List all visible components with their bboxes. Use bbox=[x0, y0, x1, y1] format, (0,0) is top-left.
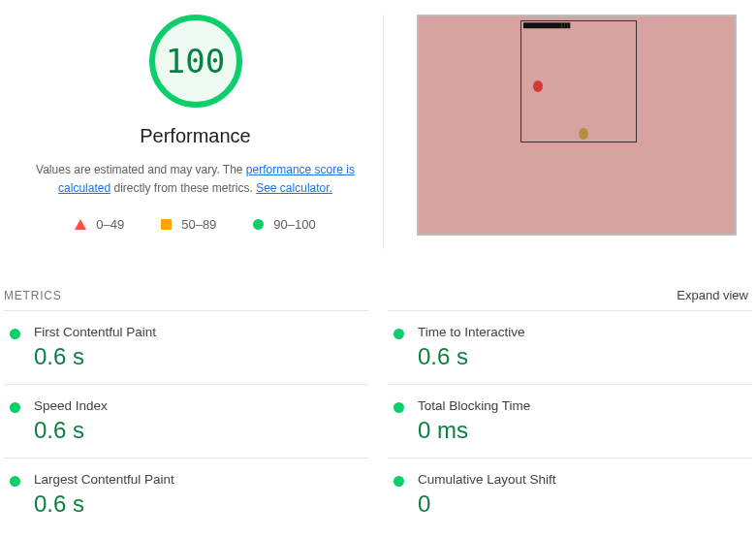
screenshot-sprite bbox=[579, 128, 588, 140]
pass-icon bbox=[10, 476, 20, 487]
pass-icon bbox=[394, 476, 404, 487]
legend-average-label: 50–89 bbox=[181, 217, 216, 232]
metric-value: 0.6 s bbox=[34, 417, 108, 444]
pass-icon bbox=[394, 329, 404, 339]
metric-name: Cumulative Layout Shift bbox=[418, 472, 556, 487]
legend-average: 50–89 bbox=[161, 217, 216, 232]
metric-time-to-interactive: Time to Interactive 0.6 s bbox=[388, 310, 752, 384]
square-icon bbox=[161, 219, 172, 230]
screenshot-urlbar: ████████████████ bbox=[523, 22, 570, 28]
metric-value: 0.6 s bbox=[418, 343, 525, 370]
metric-first-contentful-paint: First Contentful Paint 0.6 s bbox=[4, 310, 368, 384]
performance-score-section: 100 Performance Values are estimated and… bbox=[8, 15, 384, 249]
legend-fail-label: 0–49 bbox=[96, 217, 124, 232]
pass-icon bbox=[394, 402, 404, 413]
metric-value: 0.6 s bbox=[34, 343, 156, 370]
metrics-grid: First Contentful Paint 0.6 s Time to Int… bbox=[0, 310, 756, 531]
legend-pass: 90–100 bbox=[253, 217, 315, 232]
metric-value: 0 bbox=[418, 491, 556, 518]
metric-value: 0 ms bbox=[418, 417, 530, 444]
metric-total-blocking-time: Total Blocking Time 0 ms bbox=[388, 384, 752, 458]
estimate-prefix: Values are estimated and may vary. The bbox=[36, 163, 246, 176]
pass-icon bbox=[10, 402, 20, 413]
metric-name: First Contentful Paint bbox=[34, 325, 156, 339]
page-screenshot: ████████████████ bbox=[417, 15, 737, 236]
legend-fail: 0–49 bbox=[75, 217, 124, 232]
metric-name: Total Blocking Time bbox=[418, 398, 530, 413]
metric-name: Largest Contentful Paint bbox=[34, 472, 174, 487]
estimate-mid: directly from these metrics. bbox=[110, 181, 256, 195]
expand-view-button[interactable]: Expand view bbox=[677, 288, 748, 302]
metric-value: 0.6 s bbox=[34, 491, 174, 518]
metric-name: Speed Index bbox=[34, 398, 108, 413]
category-title: Performance bbox=[8, 125, 383, 147]
metric-speed-index: Speed Index 0.6 s bbox=[4, 384, 368, 458]
metrics-heading: METRICS bbox=[4, 289, 62, 302]
metric-cumulative-layout-shift: Cumulative Layout Shift 0 bbox=[388, 458, 752, 531]
score-legend: 0–49 50–89 90–100 bbox=[8, 217, 383, 232]
metric-name: Time to Interactive bbox=[418, 325, 525, 339]
score-value: 100 bbox=[166, 42, 225, 80]
estimate-text: Values are estimated and may vary. The p… bbox=[8, 161, 383, 198]
triangle-icon bbox=[75, 219, 86, 230]
circle-icon bbox=[253, 219, 264, 230]
metric-largest-contentful-paint: Largest Contentful Paint 0.6 s bbox=[4, 458, 368, 531]
see-calculator-link[interactable]: See calculator. bbox=[256, 181, 332, 195]
screenshot-section: ████████████████ bbox=[384, 15, 748, 236]
score-gauge: 100 bbox=[149, 15, 242, 108]
screenshot-sprite bbox=[533, 80, 543, 92]
pass-icon bbox=[10, 329, 20, 339]
legend-pass-label: 90–100 bbox=[273, 217, 315, 232]
